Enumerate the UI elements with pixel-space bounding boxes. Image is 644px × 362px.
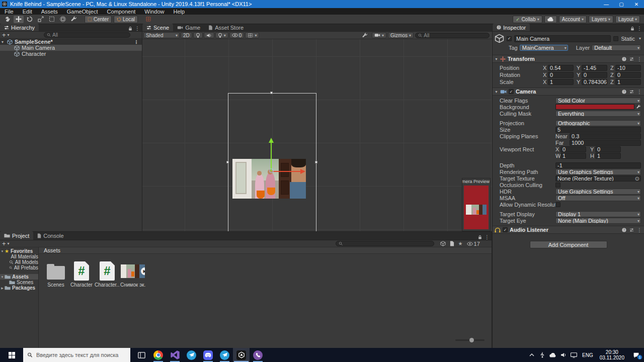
project-search-input[interactable] bbox=[344, 241, 431, 246]
hdr-dropdown[interactable]: Use Graphics Settings▾ bbox=[555, 189, 641, 195]
start-button[interactable] bbox=[0, 348, 23, 362]
search-by-label-icon[interactable] bbox=[450, 241, 454, 246]
menu-gameobject[interactable]: GameObject bbox=[62, 9, 103, 15]
usb-icon[interactable] bbox=[538, 352, 546, 358]
hierarchy-search[interactable] bbox=[44, 32, 130, 38]
rotate-tool-icon[interactable] bbox=[25, 16, 35, 23]
panel-menu-icon[interactable]: ⋮ bbox=[485, 234, 490, 240]
active-checkbox[interactable]: ✓ bbox=[507, 36, 512, 41]
far-clip-field[interactable]: 1000 bbox=[570, 140, 641, 146]
collab-button[interactable]: ✓Collab▾ bbox=[513, 16, 542, 23]
scale-tool-icon[interactable] bbox=[36, 16, 46, 23]
camera-enabled-checkbox[interactable]: ✓ bbox=[509, 89, 514, 94]
grid-visibility-icon[interactable]: ▾ bbox=[245, 32, 259, 38]
tree-assets[interactable]: ▼Assets bbox=[0, 274, 38, 280]
preset-icon[interactable] bbox=[629, 57, 634, 61]
tab-scene[interactable]: Scene bbox=[142, 24, 173, 31]
close-button[interactable]: ✕ bbox=[629, 0, 644, 8]
gizmo-x-arrowhead[interactable] bbox=[300, 169, 305, 174]
tab-inspector[interactable]: Inspector bbox=[493, 24, 530, 31]
projection-dropdown[interactable]: Orthographic▾ bbox=[555, 120, 641, 126]
discord-icon[interactable] bbox=[200, 348, 216, 362]
position-y-field[interactable]: -1.45 bbox=[582, 65, 607, 71]
gameobject-3d-icon[interactable] bbox=[495, 34, 504, 43]
lock-icon[interactable] bbox=[128, 26, 132, 31]
custom-tool-icon[interactable] bbox=[69, 16, 79, 23]
scale-y-field[interactable]: 0.7843066 bbox=[582, 79, 607, 85]
hierarchy-search-input[interactable] bbox=[52, 32, 127, 38]
help-icon[interactable] bbox=[622, 89, 626, 94]
onedrive-icon[interactable] bbox=[548, 353, 557, 357]
unity-taskbar-icon[interactable] bbox=[233, 348, 250, 362]
background-color-swatch[interactable] bbox=[555, 104, 634, 110]
tag-dropdown[interactable]: MainCamera▾ bbox=[520, 45, 568, 51]
scale-x-field[interactable]: 1 bbox=[548, 79, 574, 85]
layers-button[interactable]: Layers▾ bbox=[589, 16, 613, 23]
scene-search[interactable] bbox=[415, 33, 490, 38]
audio-toggle-icon[interactable] bbox=[204, 32, 214, 38]
gizmo-center[interactable] bbox=[269, 168, 274, 173]
layout-button[interactable]: Layout▾ bbox=[615, 16, 640, 23]
asset-character-script[interactable]: # Character bbox=[69, 260, 94, 288]
eyedropper-icon[interactable] bbox=[636, 105, 641, 109]
tab-asset-store[interactable]: Asset Store bbox=[204, 24, 248, 31]
help-icon[interactable] bbox=[622, 228, 626, 232]
rotation-z-field[interactable]: 0 bbox=[615, 72, 641, 78]
clock[interactable]: 20:30 03.11.2020 bbox=[597, 349, 627, 360]
cloud-button[interactable] bbox=[544, 16, 557, 23]
msaa-dropdown[interactable]: Off▾ bbox=[555, 195, 641, 201]
position-z-field[interactable]: -10 bbox=[615, 65, 641, 71]
rotation-y-field[interactable]: 0 bbox=[582, 72, 607, 78]
scene-camera-dropdown[interactable]: ▾ bbox=[372, 32, 386, 38]
tree-favorites[interactable]: ▼★Favorites bbox=[0, 248, 38, 254]
rect-tool-icon[interactable] bbox=[47, 16, 57, 23]
foldout-icon[interactable]: ▼ bbox=[495, 90, 498, 94]
viewport-y-field[interactable]: 0 bbox=[595, 146, 621, 152]
hierarchy-scene-row[interactable]: ▼ SampleScene* ⋮ bbox=[0, 39, 142, 45]
zoom-slider-knob[interactable] bbox=[469, 338, 474, 342]
transform-tool-icon[interactable] bbox=[58, 16, 68, 23]
target-eye-dropdown[interactable]: None (Main Display)▾ bbox=[555, 218, 641, 224]
menu-component[interactable]: Component bbox=[102, 9, 140, 15]
sprite-object[interactable] bbox=[232, 159, 306, 199]
occlusion-culling-checkbox[interactable] bbox=[555, 183, 560, 188]
project-search[interactable] bbox=[336, 241, 434, 246]
tree-all-materials[interactable]: All Materials bbox=[0, 254, 38, 259]
pivot-toggle-button[interactable]: Center bbox=[85, 16, 112, 23]
foldout-icon[interactable]: ▼ bbox=[495, 57, 498, 61]
gizmo-y-arrowhead[interactable] bbox=[269, 138, 274, 143]
tree-all-prefabs[interactable]: All Prefabs bbox=[0, 265, 38, 270]
viewport-w-field[interactable]: 1 bbox=[560, 153, 586, 159]
size-field[interactable]: 5 bbox=[555, 127, 641, 133]
move-tool-icon[interactable] bbox=[14, 16, 24, 23]
thumbnail-zoom-slider[interactable] bbox=[455, 339, 485, 341]
audio-listener-header[interactable]: ✓ Audio Listener ⋮ bbox=[493, 226, 644, 234]
near-clip-field[interactable]: 0.3 bbox=[570, 133, 641, 139]
static-dropdown-icon[interactable]: ▾ bbox=[639, 36, 641, 41]
hierarchy-item-main-camera[interactable]: Main Camera bbox=[0, 45, 142, 51]
taskbar-search[interactable] bbox=[23, 348, 130, 362]
minimize-button[interactable]: — bbox=[599, 0, 614, 8]
culling-mask-dropdown[interactable]: Everything▾ bbox=[555, 111, 641, 117]
camera-header[interactable]: ▼ ✓ Camera ⋮ bbox=[493, 87, 644, 96]
tray-expand-icon[interactable] bbox=[527, 353, 536, 356]
create-button[interactable]: + bbox=[2, 31, 6, 39]
panel-menu-icon[interactable]: ⋮ bbox=[637, 26, 642, 31]
tab-hierarchy[interactable]: Hierarchy bbox=[0, 24, 39, 31]
volume-icon[interactable] bbox=[559, 352, 568, 357]
foldout-icon[interactable]: ▼ bbox=[0, 40, 5, 44]
tab-project[interactable]: Project bbox=[0, 231, 33, 240]
transform-header[interactable]: ▼ Transform ⋮ bbox=[493, 55, 644, 63]
gizmos-dropdown[interactable]: Gizmos▾ bbox=[388, 32, 414, 38]
menu-file[interactable]: File bbox=[0, 9, 18, 15]
tree-scenes[interactable]: Scenes bbox=[0, 280, 38, 285]
tree-packages[interactable]: ▶Packages bbox=[0, 285, 38, 291]
viewport-h-field[interactable]: 1 bbox=[595, 153, 621, 159]
panel-menu-icon[interactable]: ⋮ bbox=[135, 26, 140, 31]
asset-character2-script[interactable]: # Character... bbox=[95, 260, 120, 288]
search-by-type-icon[interactable] bbox=[440, 241, 446, 246]
menu-window[interactable]: Window bbox=[140, 9, 169, 15]
task-view-button[interactable] bbox=[133, 348, 150, 362]
preset-icon[interactable] bbox=[629, 228, 634, 232]
2d-toggle-button[interactable]: 2D bbox=[181, 32, 192, 38]
